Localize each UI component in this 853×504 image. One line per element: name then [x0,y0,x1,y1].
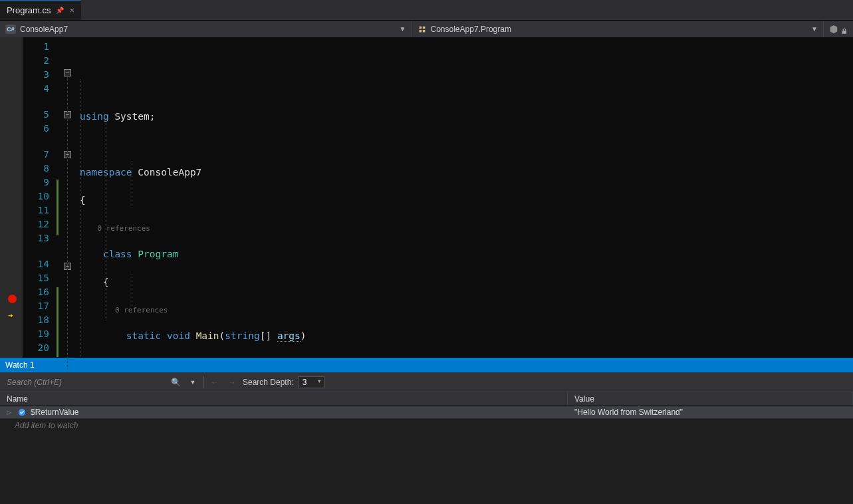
watch-search-input[interactable] [5,377,165,388]
close-icon[interactable]: × [69,5,74,15]
pin-icon[interactable]: 📌 [56,7,64,14]
search-depth-label: Search Depth: [243,378,294,387]
nav-back-icon: ← [208,378,221,387]
expand-icon[interactable]: ▷ [7,409,13,416]
scope-selector[interactable]: C# ConsoleApp7 ▼ [0,21,412,37]
code-area[interactable]: using System; namespace ConsoleApp7 { 0 … [76,37,853,358]
col-name[interactable]: Name [0,392,568,406]
watch-row[interactable]: ▷ $ReturnValue "Hello World from Switzer… [0,406,853,419]
watch-add-row[interactable]: Add item to watch [0,419,853,432]
col-value[interactable]: Value [568,392,853,406]
tab-program-cs[interactable]: Program.cs 📌 × [0,0,81,20]
glyph-margin[interactable]: ➜ [0,37,23,358]
code-editor[interactable]: ➜ 1 2 3 4 5 6 7 8 9 10 11 12 13 14 15 16… [0,37,853,358]
chevron-down-icon[interactable]: ▼ [186,379,199,386]
tab-title: Program.cs [7,5,51,15]
codelens[interactable]: 0 references [80,303,853,315]
return-value-icon [17,408,27,417]
codelens[interactable]: 0 references [80,221,853,233]
watch-header-row: Name Value [0,392,853,406]
member-selector[interactable]: ConsoleApp7.Program ▼ [412,21,824,37]
watch-grid: Name Value ▷ $ReturnValue "Hello World f… [0,392,853,504]
chevron-down-icon: ▼ [400,25,406,33]
toggle-selector[interactable] [824,21,853,37]
tab-strip: Program.cs 📌 × [0,0,853,20]
line-numbers: 1 2 3 4 5 6 7 8 9 10 11 12 13 14 15 16 1… [23,37,56,358]
class-icon [418,25,427,34]
watch-name: $ReturnValue [31,408,79,417]
watch-toolbar: 🔍 ▼ ← → Search Depth: 3 [0,372,853,392]
fold-toggle[interactable]: − [64,69,71,76]
outline-margin: − − − − [60,37,76,358]
chevron-down-icon: ▼ [811,25,818,33]
watch-panel-title[interactable]: Watch 1 [0,358,853,372]
search-icon[interactable]: 🔍 [169,378,182,387]
watch-value: "Hello World from Switzerland" [568,406,853,418]
lock-icon [841,28,848,35]
cube-icon [829,25,838,34]
current-line-arrow-icon: ➜ [8,309,13,323]
nav-forward-icon: → [225,378,239,387]
search-depth-selector[interactable]: 3 [298,376,324,388]
navigation-bar: C# ConsoleApp7 ▼ ConsoleApp7.Program ▼ [0,20,853,37]
breakpoint-icon[interactable] [8,295,17,303]
scope-label: ConsoleApp7 [20,25,68,34]
member-label: ConsoleApp7.Program [431,25,511,34]
csharp-icon: C# [5,25,16,34]
